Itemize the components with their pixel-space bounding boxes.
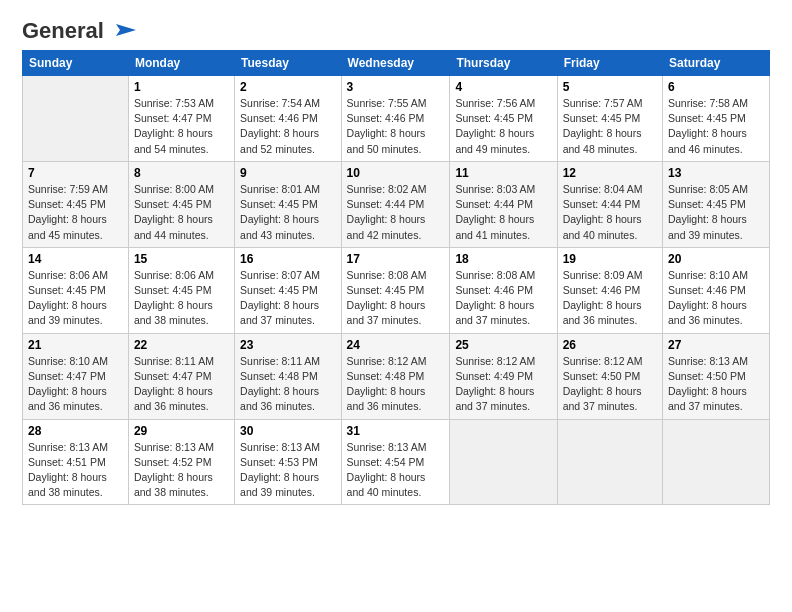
day-info: Sunrise: 8:05 AM Sunset: 4:45 PM Dayligh… [668,182,764,243]
calendar-cell: 20Sunrise: 8:10 AM Sunset: 4:46 PM Dayli… [663,247,770,333]
calendar-cell [557,419,662,505]
day-number: 30 [240,424,335,438]
logo-general: General [22,18,104,44]
calendar-cell [23,76,129,162]
day-number: 22 [134,338,229,352]
calendar-cell: 22Sunrise: 8:11 AM Sunset: 4:47 PM Dayli… [128,333,234,419]
day-info: Sunrise: 8:01 AM Sunset: 4:45 PM Dayligh… [240,182,335,243]
calendar-cell: 8Sunrise: 8:00 AM Sunset: 4:45 PM Daylig… [128,161,234,247]
calendar-cell: 30Sunrise: 8:13 AM Sunset: 4:53 PM Dayli… [235,419,341,505]
day-info: Sunrise: 7:56 AM Sunset: 4:45 PM Dayligh… [455,96,551,157]
day-info: Sunrise: 8:00 AM Sunset: 4:45 PM Dayligh… [134,182,229,243]
day-number: 15 [134,252,229,266]
day-number: 24 [347,338,445,352]
calendar-cell: 12Sunrise: 8:04 AM Sunset: 4:44 PM Dayli… [557,161,662,247]
day-number: 20 [668,252,764,266]
day-info: Sunrise: 8:10 AM Sunset: 4:47 PM Dayligh… [28,354,123,415]
day-info: Sunrise: 8:11 AM Sunset: 4:47 PM Dayligh… [134,354,229,415]
weekday-header-row: SundayMondayTuesdayWednesdayThursdayFrid… [23,51,770,76]
day-number: 2 [240,80,335,94]
day-number: 13 [668,166,764,180]
day-info: Sunrise: 7:58 AM Sunset: 4:45 PM Dayligh… [668,96,764,157]
day-info: Sunrise: 7:57 AM Sunset: 4:45 PM Dayligh… [563,96,657,157]
day-info: Sunrise: 8:09 AM Sunset: 4:46 PM Dayligh… [563,268,657,329]
header-area: General [22,18,770,40]
calendar-cell: 16Sunrise: 8:07 AM Sunset: 4:45 PM Dayli… [235,247,341,333]
day-info: Sunrise: 8:12 AM Sunset: 4:49 PM Dayligh… [455,354,551,415]
day-number: 7 [28,166,123,180]
day-number: 23 [240,338,335,352]
day-info: Sunrise: 7:59 AM Sunset: 4:45 PM Dayligh… [28,182,123,243]
weekday-header-monday: Monday [128,51,234,76]
day-info: Sunrise: 8:02 AM Sunset: 4:44 PM Dayligh… [347,182,445,243]
calendar-cell: 27Sunrise: 8:13 AM Sunset: 4:50 PM Dayli… [663,333,770,419]
day-number: 29 [134,424,229,438]
day-info: Sunrise: 8:13 AM Sunset: 4:52 PM Dayligh… [134,440,229,501]
calendar-cell [663,419,770,505]
day-number: 10 [347,166,445,180]
day-info: Sunrise: 8:06 AM Sunset: 4:45 PM Dayligh… [134,268,229,329]
day-info: Sunrise: 8:13 AM Sunset: 4:51 PM Dayligh… [28,440,123,501]
day-info: Sunrise: 8:08 AM Sunset: 4:45 PM Dayligh… [347,268,445,329]
calendar-cell: 1Sunrise: 7:53 AM Sunset: 4:47 PM Daylig… [128,76,234,162]
day-number: 5 [563,80,657,94]
day-number: 19 [563,252,657,266]
day-number: 16 [240,252,335,266]
week-row-2: 7Sunrise: 7:59 AM Sunset: 4:45 PM Daylig… [23,161,770,247]
calendar-cell: 14Sunrise: 8:06 AM Sunset: 4:45 PM Dayli… [23,247,129,333]
calendar-cell: 3Sunrise: 7:55 AM Sunset: 4:46 PM Daylig… [341,76,450,162]
page: General SundayMondayTuesdayWednesdayThur… [0,0,792,612]
calendar-table: SundayMondayTuesdayWednesdayThursdayFrid… [22,50,770,505]
calendar-cell: 25Sunrise: 8:12 AM Sunset: 4:49 PM Dayli… [450,333,557,419]
calendar-cell: 23Sunrise: 8:11 AM Sunset: 4:48 PM Dayli… [235,333,341,419]
day-number: 4 [455,80,551,94]
calendar-cell: 15Sunrise: 8:06 AM Sunset: 4:45 PM Dayli… [128,247,234,333]
weekday-header-saturday: Saturday [663,51,770,76]
day-info: Sunrise: 8:03 AM Sunset: 4:44 PM Dayligh… [455,182,551,243]
day-info: Sunrise: 8:12 AM Sunset: 4:48 PM Dayligh… [347,354,445,415]
calendar-cell: 7Sunrise: 7:59 AM Sunset: 4:45 PM Daylig… [23,161,129,247]
calendar-cell: 2Sunrise: 7:54 AM Sunset: 4:46 PM Daylig… [235,76,341,162]
calendar-cell: 5Sunrise: 7:57 AM Sunset: 4:45 PM Daylig… [557,76,662,162]
week-row-5: 28Sunrise: 8:13 AM Sunset: 4:51 PM Dayli… [23,419,770,505]
day-info: Sunrise: 8:12 AM Sunset: 4:50 PM Dayligh… [563,354,657,415]
day-number: 21 [28,338,123,352]
calendar-cell: 6Sunrise: 7:58 AM Sunset: 4:45 PM Daylig… [663,76,770,162]
weekday-header-thursday: Thursday [450,51,557,76]
day-number: 27 [668,338,764,352]
day-info: Sunrise: 8:08 AM Sunset: 4:46 PM Dayligh… [455,268,551,329]
day-number: 11 [455,166,551,180]
day-number: 12 [563,166,657,180]
day-info: Sunrise: 8:07 AM Sunset: 4:45 PM Dayligh… [240,268,335,329]
day-number: 18 [455,252,551,266]
day-number: 6 [668,80,764,94]
calendar-cell: 18Sunrise: 8:08 AM Sunset: 4:46 PM Dayli… [450,247,557,333]
day-number: 25 [455,338,551,352]
weekday-header-sunday: Sunday [23,51,129,76]
day-number: 31 [347,424,445,438]
day-info: Sunrise: 8:13 AM Sunset: 4:50 PM Dayligh… [668,354,764,415]
calendar-cell: 29Sunrise: 8:13 AM Sunset: 4:52 PM Dayli… [128,419,234,505]
calendar-cell: 11Sunrise: 8:03 AM Sunset: 4:44 PM Dayli… [450,161,557,247]
logo: General [22,18,138,40]
day-number: 8 [134,166,229,180]
week-row-3: 14Sunrise: 8:06 AM Sunset: 4:45 PM Dayli… [23,247,770,333]
calendar-cell: 4Sunrise: 7:56 AM Sunset: 4:45 PM Daylig… [450,76,557,162]
calendar-cell: 13Sunrise: 8:05 AM Sunset: 4:45 PM Dayli… [663,161,770,247]
weekday-header-tuesday: Tuesday [235,51,341,76]
week-row-4: 21Sunrise: 8:10 AM Sunset: 4:47 PM Dayli… [23,333,770,419]
calendar-cell [450,419,557,505]
logo-bird-icon [106,22,138,40]
calendar-cell: 31Sunrise: 8:13 AM Sunset: 4:54 PM Dayli… [341,419,450,505]
calendar-cell: 28Sunrise: 8:13 AM Sunset: 4:51 PM Dayli… [23,419,129,505]
day-info: Sunrise: 8:11 AM Sunset: 4:48 PM Dayligh… [240,354,335,415]
day-info: Sunrise: 7:55 AM Sunset: 4:46 PM Dayligh… [347,96,445,157]
day-info: Sunrise: 8:13 AM Sunset: 4:54 PM Dayligh… [347,440,445,501]
day-number: 3 [347,80,445,94]
calendar-cell: 9Sunrise: 8:01 AM Sunset: 4:45 PM Daylig… [235,161,341,247]
day-number: 26 [563,338,657,352]
svg-marker-0 [116,24,136,36]
weekday-header-friday: Friday [557,51,662,76]
calendar-cell: 17Sunrise: 8:08 AM Sunset: 4:45 PM Dayli… [341,247,450,333]
day-number: 17 [347,252,445,266]
